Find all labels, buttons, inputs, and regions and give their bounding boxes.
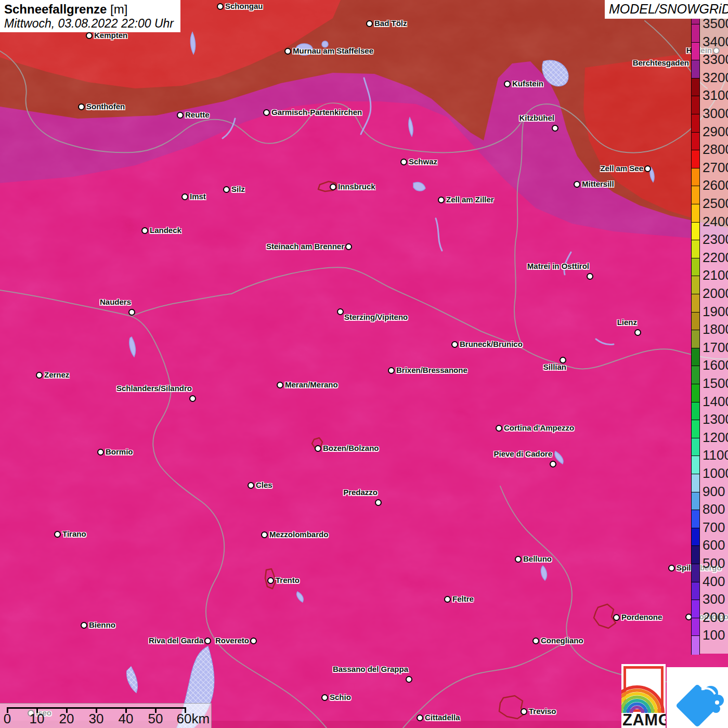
legend-tick-label: 1200: [703, 430, 728, 445]
legend-tick-label: 600: [703, 538, 725, 552]
model-box: MODEL/SNOWGRiD: [605, 0, 728, 19]
legend-tick-label: 3000: [703, 106, 728, 121]
legend-color-segment: [692, 186, 699, 204]
title-box: Schneefallgrenze [m] Mittwoch, 03.08.202…: [0, 0, 180, 32]
legend-tick-label: 400: [703, 574, 725, 589]
legend-color-segment: [692, 150, 699, 168]
legend-color-segment: [692, 132, 699, 151]
scalebar-label: 10: [30, 711, 45, 726]
legend-tick-label: 1100: [703, 448, 728, 462]
snowgrid-logo: [667, 667, 728, 728]
legend-color-segment: [692, 564, 699, 582]
lake-staffelsee: [296, 44, 313, 55]
legend-tick-label: 800: [703, 502, 725, 516]
zamg-rainbow-icon: [621, 668, 666, 714]
terrain-shading: [0, 0, 728, 728]
legend-tick-label: 900: [703, 484, 725, 499]
legend-color-segment: [692, 438, 699, 457]
legend-tick-label: 1800: [703, 322, 728, 336]
legend-color-segment: [692, 474, 699, 492]
legend-color-segment: [692, 348, 699, 367]
legend-tick-label: 3300: [703, 52, 728, 67]
scalebar-label: 30: [89, 711, 104, 726]
legend-color-segment: [692, 420, 699, 438]
snowgrid-mountain-cloud-icon: [667, 667, 728, 728]
legend-color-segment: [692, 492, 699, 511]
legend-tick-label: 3400: [703, 34, 728, 49]
legend-tick-label: 2900: [703, 124, 728, 139]
legend-tick-label: 1700: [703, 340, 728, 355]
legend-tick-label: 3200: [703, 70, 728, 85]
legend-color-segment: [692, 582, 699, 601]
legend-color-segment: [692, 545, 699, 564]
legend-color-segment: [692, 240, 699, 258]
scalebar-label: 50: [148, 711, 163, 726]
distance-scalebar: 0102030405060km: [0, 703, 212, 728]
legend-tick-label: 2500: [703, 196, 728, 211]
legend-color-segment: [692, 510, 699, 528]
legend-color-segment: [692, 204, 699, 223]
legend-color-segment: [692, 600, 699, 618]
legend-tick-label: 500: [703, 556, 725, 570]
legend-color-segment: [692, 78, 699, 97]
legend-color-segment: [692, 384, 699, 402]
legend-color-segment: [692, 258, 699, 277]
legend-color-segment: [692, 24, 699, 43]
legend-color-segment: [692, 168, 699, 187]
legend-color-segment: [692, 456, 699, 474]
legend-tick-label: 1000: [703, 466, 728, 480]
legend-tick-label: 300: [703, 592, 725, 606]
legend-tick-label: 2100: [703, 268, 728, 282]
scalebar-label: 60km: [176, 711, 210, 726]
legend-color-segment: [692, 366, 699, 384]
legend-color-segment: [692, 222, 699, 241]
legend-tick-label: 2300: [703, 232, 728, 246]
legend-color-segment: [692, 294, 699, 313]
legend-tick-label: 1400: [703, 394, 728, 409]
map-canvas: [0, 0, 728, 728]
zamg-logo-text: ZAMG: [622, 712, 666, 728]
legend-tick-label: 1600: [703, 358, 728, 372]
lake-riegsee: [322, 41, 328, 47]
legend-tick-label: 1900: [703, 304, 728, 319]
legend-tick-label: 2800: [703, 142, 728, 157]
title-parameter: Schneefallgrenze: [4, 2, 107, 16]
legend-color-segment: [692, 312, 699, 331]
title-unit: [m]: [107, 2, 127, 16]
legend-tick-label: 2400: [703, 214, 728, 229]
scalebar-label: 0: [4, 711, 11, 726]
legend-tick-label: 2000: [703, 286, 728, 301]
legend-tick-label: 1500: [703, 376, 728, 391]
legend-color-segment: [692, 42, 699, 61]
page-title: Schneefallgrenze [m]: [4, 2, 175, 17]
legend-color-segment: [692, 96, 699, 114]
legend-color-segment: [692, 330, 699, 348]
title-datetime: Mittwoch, 03.08.2022 22:00 Uhr: [4, 17, 175, 31]
legend-tick-label: 1300: [703, 412, 728, 426]
weather-map-page: SchongauBad TölzKemptenMurnau am Staffel…: [0, 0, 728, 728]
model-label: MODEL/SNOWGRiD: [609, 1, 726, 17]
zamg-logo: ZAMG: [621, 664, 666, 728]
legend-tick-label: 700: [703, 520, 725, 535]
legend-tick-label: 100: [703, 628, 725, 642]
legend-tick-label: 2700: [703, 160, 728, 175]
legend-color-segment: [692, 402, 699, 421]
legend-tick-label: 2600: [703, 178, 728, 192]
legend-color-segment: [692, 528, 699, 547]
legend-color-segment: [692, 618, 699, 636]
legend-color-segment: [692, 60, 699, 79]
legend-colorbar: [691, 17, 700, 655]
legend-color-segment: [692, 635, 699, 655]
legend-color-segment: [692, 276, 699, 294]
scalebar-label: 20: [59, 711, 74, 726]
legend-tick-label: 2200: [703, 250, 728, 265]
legend-color-segment: [692, 114, 699, 133]
legend-tick-label: 3100: [703, 88, 728, 102]
scalebar-label: 40: [119, 711, 134, 726]
legend-tick-label: 200: [703, 610, 725, 625]
